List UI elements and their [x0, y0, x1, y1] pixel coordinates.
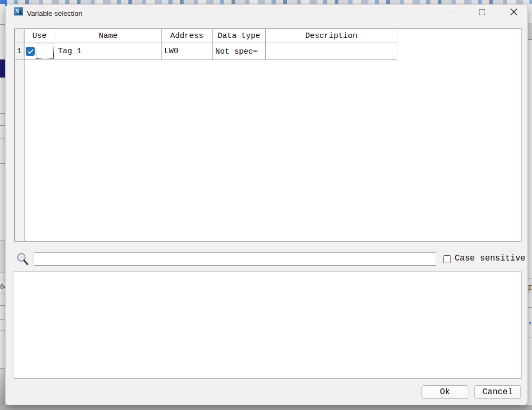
screen: 0e Ie SkSk Variable selection [0, 0, 532, 410]
divider [0, 113, 5, 114]
cell-data-type[interactable]: Not spec⋯ [213, 43, 266, 60]
cell-focus-rect[interactable] [36, 44, 54, 59]
table-header-row: Use Name Address Data type Description [15, 29, 397, 43]
column-header-name[interactable]: Name [55, 29, 162, 43]
background-marker [529, 322, 531, 324]
table-row[interactable]: 1 Tag_1 LW0 Not spec⋯ [15, 43, 397, 60]
close-icon [510, 8, 518, 16]
check-icon [27, 49, 34, 54]
background-panel [0, 241, 5, 273]
background-app-toolbar-strip [0, 0, 532, 4]
background-app-bottom-edge [0, 405, 532, 410]
search-input[interactable] [34, 252, 436, 266]
case-sensitive-label: Case sensitive [455, 254, 525, 263]
titlebar[interactable]: SkSk Variable selection [6, 5, 527, 24]
use-checkbox[interactable] [26, 47, 35, 56]
divider [0, 319, 5, 320]
divider [528, 39, 532, 40]
divider [0, 24, 5, 25]
dialog-title: Variable selection [27, 9, 83, 17]
column-header-description[interactable]: Description [266, 29, 397, 43]
divider [0, 138, 5, 138]
use-cell [24, 43, 55, 60]
divider [528, 278, 532, 278]
close-button[interactable] [504, 5, 524, 19]
background-panel [528, 23, 532, 39]
cancel-button[interactable]: Cancel [474, 385, 521, 399]
divider [0, 331, 5, 331]
cell-name[interactable]: Tag_1 [55, 43, 162, 60]
cell-description[interactable] [266, 43, 397, 60]
divider [0, 273, 5, 273]
variable-selection-dialog: SkSk Variable selection Use Name [5, 4, 528, 405]
column-header-data-type[interactable]: Data type [213, 29, 266, 43]
cell-address[interactable]: LW0 [162, 43, 213, 60]
minimize-icon [449, 12, 455, 13]
minimize-button[interactable] [442, 5, 462, 19]
row-number: 1 [15, 43, 24, 60]
maximize-button[interactable] [472, 5, 492, 19]
background-selection-block [0, 59, 5, 77]
divider [0, 305, 5, 306]
search-icon [16, 252, 30, 266]
divider [0, 125, 5, 126]
column-header-use[interactable]: Use [24, 29, 55, 43]
ok-button[interactable]: Ok [421, 385, 468, 399]
variable-table: Use Name Address Data type Description 1… [14, 28, 521, 242]
divider [0, 163, 5, 164]
app-icon: SkSk [14, 7, 23, 16]
maximize-icon [479, 9, 485, 15]
divider [528, 337, 532, 337]
case-sensitive-checkbox[interactable] [443, 255, 451, 263]
divider [0, 77, 5, 78]
background-app-right-edge: Ie [528, 4, 532, 405]
background-app-left-edge: 0e [0, 4, 5, 405]
divider [0, 375, 5, 375]
divider [0, 294, 5, 294]
divider [528, 293, 532, 293]
header-row-number [15, 29, 24, 43]
background-text-fragment: Ie [528, 285, 532, 292]
background-text-fragment: 0e [0, 284, 5, 291]
search-result-list[interactable] [14, 272, 521, 379]
divider [528, 307, 532, 308]
column-header-address[interactable]: Address [162, 29, 213, 43]
row-number-gutter [15, 29, 25, 241]
